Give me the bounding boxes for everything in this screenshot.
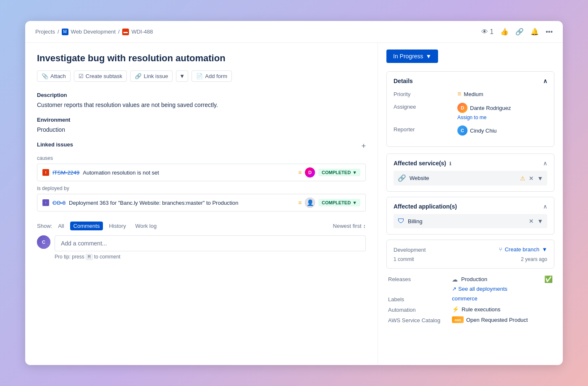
sort-button[interactable]: Newest first ↕ (333, 223, 366, 229)
priority-icon-1: ≡ (298, 169, 302, 176)
description-section: Description Customer reports that resolu… (37, 92, 366, 108)
status-badge-2[interactable]: COMPLETED ▼ (318, 199, 360, 206)
issue-summary-1: Automation resolution is not set (83, 170, 295, 176)
app-icon: 🛡 (398, 217, 404, 225)
info-icon: ℹ (449, 161, 451, 166)
status-badge-1[interactable]: COMPLETED ▼ (318, 169, 360, 176)
check-icon: ✅ (544, 275, 553, 283)
comment-area: C Add a comment... (37, 235, 366, 251)
affected-services-section: Affected service(s) ℹ ∧ 🔗 Website ⚠ ✕ ▼ (386, 154, 554, 192)
labels-label: Labels (388, 295, 447, 303)
create-subtask-button[interactable]: ☑ Create subtask (74, 70, 127, 82)
app-unlink-icon[interactable]: ✕ (529, 218, 534, 224)
more-action[interactable]: ••• (546, 28, 553, 36)
breadcrumb-issue[interactable]: WDI-488 (131, 29, 153, 35)
releases-label: Releases (388, 275, 447, 282)
attach-button[interactable]: 📎 Attach (37, 70, 71, 82)
notification-action[interactable]: 🔔 (530, 28, 539, 36)
assignee-avatar: D (457, 103, 467, 113)
share-action[interactable]: 🔗 (515, 28, 524, 36)
filter-worklog[interactable]: Work log (132, 222, 160, 230)
subtask-icon: ☑ (79, 73, 84, 79)
add-form-button[interactable]: 📄 Add form (192, 70, 232, 82)
labels-row: Labels commerce (386, 295, 554, 303)
aws-label: AWS Service Catalog (388, 316, 447, 323)
environment-value: Production (37, 126, 366, 133)
link-issue-button[interactable]: 🔗 Link issue (130, 70, 173, 82)
linked-issues-section: Linked issues + causes ! ITSM-2249 Autom… (37, 141, 366, 211)
details-collapse-icon[interactable]: ∧ (543, 78, 547, 84)
linked-issue-row: ! ITSM-2249 Automation resolution is not… (37, 164, 366, 181)
deployed-label: is deployed by (37, 185, 366, 191)
reporter-avatar: C (457, 125, 467, 136)
warning-icon: ⚠ (520, 175, 525, 182)
release-name: Production (461, 276, 541, 282)
release-item: ☁ Production ✅ (452, 275, 553, 283)
attach-icon: 📎 (42, 73, 48, 79)
apps-collapse[interactable]: ∧ (543, 203, 547, 210)
see-all-deployments[interactable]: ↗ See all deployments (452, 286, 553, 292)
description-text: Customer reports that resolution values … (37, 102, 366, 108)
issue-summary-2: Deployment 363 for "Banc.ly Website: bra… (69, 200, 295, 206)
breadcrumb-webdev[interactable]: Web Development (71, 29, 116, 35)
activity-section: Show: All Comments History Work log Newe… (37, 222, 366, 260)
issue-key-2[interactable]: CO-8 (52, 200, 66, 206)
affected-apps-title: Affected application(s) (394, 203, 457, 210)
environment-section: Environment Production (37, 117, 366, 133)
breadcrumb: Projects / M Web Development / ▬ WDI-488 (35, 29, 153, 35)
environment-label: Environment (37, 117, 366, 123)
details-section: Details ∧ Priority ≡ Medium Assignee (386, 71, 554, 147)
create-branch-button[interactable]: ⑂ Create branch ▼ (499, 246, 547, 253)
priority-label: Priority (394, 90, 452, 97)
filter-history[interactable]: History (105, 222, 129, 230)
form-icon: 📄 (196, 73, 203, 79)
details-header: Details ∧ (394, 78, 547, 84)
watch-action[interactable]: 👁 1 (481, 28, 494, 36)
assignee-row: Assignee D Dante Rodriguez Assign to me (394, 103, 547, 120)
priority-row: Priority ≡ Medium (394, 90, 547, 98)
assignee-label: Assignee (394, 103, 452, 110)
priority-icon: ≡ (457, 90, 461, 98)
filter-all[interactable]: All (55, 222, 67, 230)
deployed-issue-row: ↑ CO-8 Deployment 363 for "Banc.ly Websi… (37, 194, 366, 211)
filter-comments[interactable]: Comments (70, 222, 103, 230)
shortcut-key: M (86, 254, 93, 260)
assignee-avatar-2: 👤 (305, 198, 315, 208)
more-toolbar-button[interactable]: ▼ (176, 70, 188, 82)
pro-tip: Pro tip: press M to comment (55, 254, 366, 260)
service-icon: 🔗 (398, 174, 406, 182)
service-row: 🔗 Website ⚠ ✕ ▼ (394, 171, 547, 185)
issue-key-1[interactable]: ITSM-2249 (52, 170, 79, 176)
comment-input[interactable]: Add a comment... (55, 235, 366, 251)
reporter-row: Reporter C Cindy Chiu (394, 125, 547, 136)
header-actions: 👁 1 👍 🔗 🔔 ••• (481, 28, 553, 36)
chevron-down-icon[interactable]: ▼ (537, 175, 543, 182)
breadcrumb-projects[interactable]: Projects (35, 29, 55, 35)
releases-row: Releases ☁ Production ✅ ↗ See all deploy… (386, 275, 554, 292)
commit-info: 1 commit 2 years ago (394, 256, 547, 262)
add-linked-issue-button[interactable]: + (361, 142, 366, 151)
current-user-avatar: C (37, 235, 50, 249)
affected-apps-section: Affected application(s) ∧ 🛡 Billing ✕ ▼ (386, 197, 554, 235)
status-button[interactable]: In Progress ▼ (386, 50, 438, 63)
reporter-label: Reporter (394, 125, 452, 133)
description-label: Description (37, 92, 366, 98)
like-action[interactable]: 👍 (500, 28, 509, 36)
unlink-icon[interactable]: ✕ (529, 175, 534, 182)
web-dev-icon: M (62, 29, 68, 35)
assign-to-me[interactable]: Assign to me (457, 115, 486, 120)
bolt-icon: ⚡ (452, 306, 459, 313)
right-panel: In Progress ▼ Details ∧ Priority ≡ Mediu… (378, 43, 563, 365)
services-collapse[interactable]: ∧ (543, 160, 547, 167)
assignee-avatar-1: D (305, 167, 315, 177)
aws-icon: aws (452, 316, 464, 323)
issue-title: Investigate bug with resolution automati… (37, 53, 366, 64)
app-chevron-icon[interactable]: ▼ (537, 218, 543, 224)
bug-icon: ! (42, 169, 49, 176)
show-label: Show: (37, 223, 52, 229)
label-value[interactable]: commerce (452, 295, 478, 302)
main-panel: Investigate bug with resolution automati… (25, 43, 378, 365)
automation-label: Automation (388, 306, 447, 313)
issue-type-icon: ▬ (122, 29, 129, 35)
automation-row: Automation ⚡ Rule executions (386, 306, 554, 313)
